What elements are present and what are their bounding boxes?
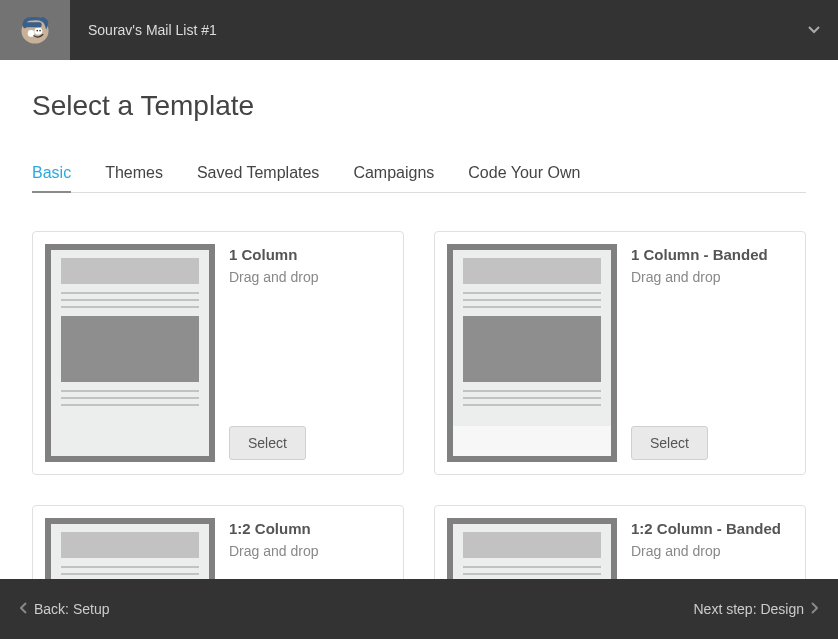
template-subtitle: Drag and drop [229,269,391,285]
tab-code-your-own[interactable]: Code Your Own [468,164,580,192]
back-label: Back: Setup [34,601,110,617]
next-button[interactable]: Next step: Design [694,601,819,617]
svg-point-3 [36,30,38,32]
back-button[interactable]: Back: Setup [20,601,110,617]
svg-rect-5 [23,22,42,27]
chevron-right-icon [810,601,818,617]
template-meta: 1 Column Drag and drop Select [229,244,391,462]
tabs: Basic Themes Saved Templates Campaigns C… [32,164,806,193]
template-grid: 1 Column Drag and drop Select 1 Column -… [32,231,806,639]
template-subtitle: Drag and drop [631,269,793,285]
tab-themes[interactable]: Themes [105,164,163,192]
template-title: 1:2 Column - Banded [631,520,793,537]
svg-point-2 [34,28,42,35]
tab-saved-templates[interactable]: Saved Templates [197,164,319,192]
template-thumb [45,244,215,462]
footer-bar: Back: Setup Next step: Design [0,579,838,639]
template-thumb [447,244,617,462]
next-label: Next step: Design [694,601,805,617]
content-area: Select a Template Basic Themes Saved Tem… [0,60,838,639]
template-card: 1 Column - Banded Drag and drop Select [434,231,806,475]
mailchimp-icon [17,12,53,48]
chevron-left-icon [20,601,28,617]
chevron-down-icon[interactable] [808,23,838,37]
template-title: 1 Column [229,246,391,263]
top-bar: Sourav's Mail List #1 [0,0,838,60]
select-button[interactable]: Select [631,426,708,460]
tab-campaigns[interactable]: Campaigns [353,164,434,192]
template-title: 1 Column - Banded [631,246,793,263]
page-title: Select a Template [32,90,806,122]
select-button[interactable]: Select [229,426,306,460]
template-subtitle: Drag and drop [229,543,391,559]
list-title[interactable]: Sourav's Mail List #1 [70,22,808,38]
template-subtitle: Drag and drop [631,543,793,559]
template-meta: 1 Column - Banded Drag and drop Select [631,244,793,462]
template-title: 1:2 Column [229,520,391,537]
logo[interactable] [0,0,70,60]
tab-basic[interactable]: Basic [32,164,71,192]
svg-point-4 [39,30,41,32]
template-card: 1 Column Drag and drop Select [32,231,404,475]
